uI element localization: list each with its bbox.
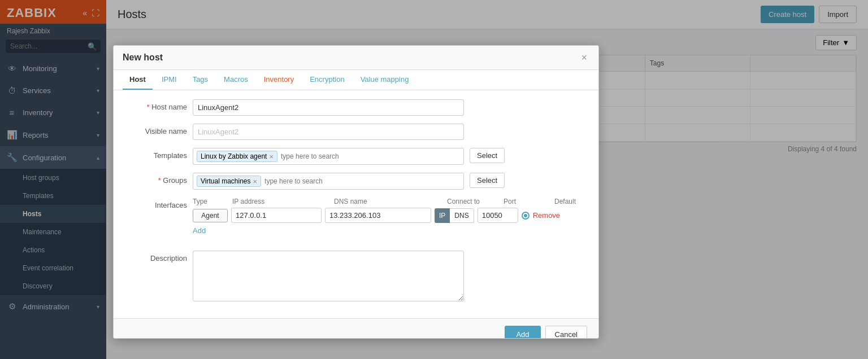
agent-type-badge: Agent (193, 209, 228, 222)
port-input[interactable] (478, 208, 518, 223)
group-tag-remove[interactable]: × (253, 178, 258, 185)
connect-ip-button[interactable]: IP (435, 208, 450, 223)
templates-search-input[interactable] (280, 151, 460, 161)
groups-search-input[interactable] (263, 176, 460, 186)
form-row-visible-name: Visible name (125, 124, 587, 140)
col-connect: Connect to (447, 198, 504, 205)
form-row-hostname: Host name (125, 99, 587, 116)
groups-tags-input[interactable]: Virtual machines × (193, 173, 464, 190)
tab-macros[interactable]: Macros (217, 70, 255, 90)
interface-row: Agent IP DNS Remove (193, 208, 599, 223)
col-ip: IP address (232, 198, 334, 205)
host-name-input[interactable] (193, 99, 464, 116)
description-textarea[interactable] (193, 251, 464, 301)
templates-label: Templates (125, 148, 187, 160)
interfaces-section: Type IP address DNS name Connect to Port… (193, 198, 599, 235)
template-tag-remove[interactable]: × (269, 153, 274, 160)
templates-tags-input[interactable]: Linux by Zabbix agent × (193, 148, 464, 165)
form-row-interfaces: Interfaces Type IP address DNS name Conn… (125, 198, 587, 243)
col-type: Type (193, 198, 232, 205)
description-label: Description (125, 251, 187, 262)
templates-select-button[interactable]: Select (470, 148, 505, 163)
group-tag-label: Virtual machines (201, 177, 251, 185)
add-interface-link[interactable]: Add (193, 226, 206, 235)
new-host-modal: New host × Host IPMI Tags Macros Invento… (113, 45, 599, 339)
default-radio[interactable] (522, 212, 530, 220)
host-name-label: Host name (125, 99, 187, 111)
modal-close-button[interactable]: × (579, 52, 589, 63)
form-row-templates: Templates Linux by Zabbix agent × Select (125, 148, 587, 165)
connect-dns-button[interactable]: DNS (450, 208, 474, 223)
tab-inventory[interactable]: Inventory (257, 70, 301, 90)
modal-body: Host name Visible name Templates Linux b… (114, 90, 598, 318)
template-tag: Linux by Zabbix agent × (197, 151, 277, 162)
form-row-groups: Groups Virtual machines × Select (125, 173, 587, 190)
modal-overlay: New host × Host IPMI Tags Macros Invento… (0, 0, 868, 359)
modal-header: New host × (114, 46, 598, 70)
visible-name-input[interactable] (193, 124, 464, 140)
groups-select-button[interactable]: Select (470, 173, 505, 188)
visible-name-label: Visible name (125, 124, 187, 135)
tab-tags[interactable]: Tags (186, 70, 215, 90)
interfaces-label: Interfaces (125, 198, 187, 209)
modal-footer: Add Cancel (114, 318, 598, 339)
tab-value-mapping[interactable]: Value mapping (354, 70, 416, 90)
groups-label: Groups (125, 173, 187, 185)
connect-to-buttons: IP DNS (435, 208, 474, 223)
modal-tabs: Host IPMI Tags Macros Inventory Encrypti… (114, 70, 598, 90)
tab-ipmi[interactable]: IPMI (155, 70, 184, 90)
add-interface-row: Add (193, 226, 599, 235)
tab-host[interactable]: Host (123, 70, 153, 90)
form-row-description: Description (125, 251, 587, 301)
modal-cancel-button[interactable]: Cancel (545, 326, 587, 339)
col-dns: DNS name (334, 198, 447, 205)
interfaces-header: Type IP address DNS name Connect to Port… (193, 198, 599, 205)
dns-name-input[interactable] (325, 208, 431, 223)
modal-add-button[interactable]: Add (505, 326, 540, 339)
group-tag: Virtual machines × (197, 176, 261, 187)
remove-interface-link[interactable]: Remove (533, 211, 560, 220)
col-default: Default (554, 198, 599, 205)
ip-address-input[interactable] (231, 208, 322, 223)
template-tag-label: Linux by Zabbix agent (201, 152, 267, 160)
modal-title: New host (123, 52, 163, 63)
tab-encryption[interactable]: Encryption (303, 70, 351, 90)
col-port: Port (504, 198, 554, 205)
